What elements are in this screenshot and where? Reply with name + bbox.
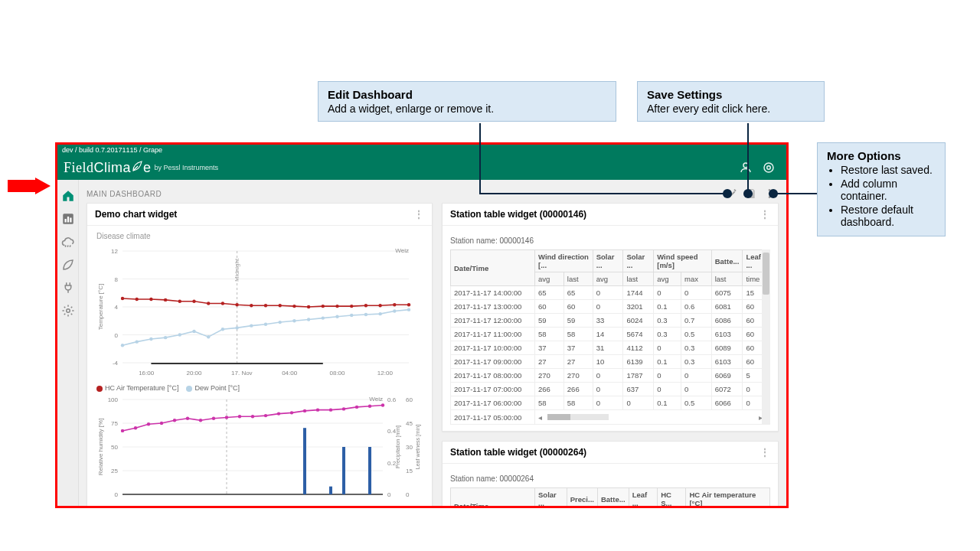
svg-point-48 [335,305,338,308]
svg-point-54 [121,344,124,347]
cloud-icon[interactable] [61,235,75,249]
svg-text:0: 0 [387,491,391,498]
svg-point-61 [221,328,224,331]
svg-point-118 [303,409,306,412]
svg-point-73 [393,309,396,312]
svg-text:Midnight: Midnight [234,258,240,282]
svg-point-44 [279,304,282,307]
widget-menu-icon[interactable]: ⋮ [760,208,770,220]
leaf-icon[interactable] [61,258,75,272]
svg-point-117 [290,411,293,414]
svg-point-40 [221,302,224,305]
svg-point-50 [364,304,368,307]
svg-point-34 [136,298,139,301]
svg-text:12: 12 [111,248,118,255]
callout-save-settings: Save Settings After every edit click her… [637,81,825,122]
app-window: dev / build 0.7.20171115 / Grape FieldCl… [55,142,789,508]
vertical-scrollbar[interactable] [762,249,770,425]
svg-text:Relative humidity [%]: Relative humidity [%] [97,419,104,476]
svg-point-67 [307,318,310,321]
callout-title: Edit Dashboard [328,88,606,101]
table1-title: Station table widget (00000146) [450,209,586,220]
svg-point-115 [264,414,267,417]
widget-menu-icon[interactable]: ⋮ [413,208,424,220]
sidebar [57,180,79,508]
svg-point-62 [235,326,238,329]
svg-point-112 [225,416,228,419]
station-table-widget-2: Station table widget (00000264) ⋮ Statio… [442,441,779,508]
svg-rect-103 [368,447,371,494]
svg-point-123 [368,404,371,407]
chart-icon[interactable] [61,212,75,226]
station-table-widget-1: Station table widget (00000146) ⋮ Statio… [442,203,779,432]
svg-point-56 [149,337,152,341]
svg-text:8: 8 [115,276,119,283]
svg-marker-0 [8,178,51,194]
svg-point-110 [199,419,202,422]
data-table-1: Date/TimeWind direction [...Solar ...Sol… [450,249,770,425]
svg-point-104 [121,429,124,432]
home-icon[interactable] [61,189,75,203]
callout-item: Add column container. [841,178,936,202]
brand-sub: by Pessl Instruments [155,164,219,171]
svg-text:60: 60 [406,396,413,403]
svg-point-106 [147,422,150,425]
svg-point-63 [250,324,253,327]
svg-point-108 [173,419,176,422]
svg-point-2 [764,163,773,172]
svg-text:15: 15 [406,468,413,474]
svg-text:0.6: 0.6 [387,396,397,403]
svg-point-39 [207,302,210,305]
svg-text:Precipitation [mm]: Precipitation [mm] [395,425,401,468]
callout-title: Save Settings [647,88,815,101]
svg-point-69 [335,315,338,318]
svg-rect-7 [70,218,71,223]
svg-text:04:00: 04:00 [282,370,298,377]
svg-text:12:00: 12:00 [377,370,394,377]
svg-text:0: 0 [115,491,119,498]
svg-point-105 [134,426,137,429]
svg-text:20:00: 20:00 [186,370,202,377]
svg-rect-101 [329,487,332,494]
build-string: dev / build 0.7.20171115 / Grape [57,145,786,155]
svg-point-52 [393,303,396,306]
svg-point-59 [192,330,195,333]
svg-text:100: 100 [108,396,119,403]
widget-menu-icon[interactable]: ⋮ [760,446,770,458]
table2-title: Station table widget (00000264) [450,447,586,458]
user-icon[interactable] [739,161,753,174]
svg-point-124 [381,403,384,406]
svg-point-3 [767,166,771,170]
svg-rect-100 [303,428,306,494]
svg-text:4: 4 [115,304,119,311]
svg-point-66 [292,319,296,322]
topbar: FieldClimae by Pessl Instruments [57,155,786,180]
chart-subtitle: Disease climate [96,232,424,240]
callout-edit-dashboard: Edit Dashboard Add a widget, enlarge or … [318,81,616,122]
callout-title: More Options [827,149,936,162]
svg-point-65 [279,321,282,324]
brand: FieldClimae [64,160,152,176]
svg-point-70 [350,314,353,317]
annotation-arrow [8,178,51,194]
target-icon[interactable] [762,161,776,174]
horizontal-scrollbar[interactable]: ◂▸ [538,412,766,422]
svg-point-37 [178,300,181,303]
svg-point-33 [121,297,124,300]
legend-a: HC Air Temperature [°C] [105,384,178,392]
callout-item: Restore last saved. [841,164,936,176]
plug-icon[interactable] [61,281,75,295]
svg-point-42 [250,304,253,307]
svg-text:50: 50 [111,444,118,451]
svg-text:0: 0 [115,332,119,339]
svg-point-36 [164,298,167,302]
svg-point-60 [207,335,210,338]
svg-point-116 [277,412,280,415]
legend-b: Dew Point [°C] [194,384,240,392]
gear-icon[interactable] [61,304,75,318]
callout-more-options: More Options Restore last saved. Add col… [817,142,946,236]
svg-point-109 [186,417,189,420]
svg-point-113 [238,415,241,418]
svg-text:Weiz: Weiz [395,247,409,254]
svg-point-122 [355,406,358,409]
